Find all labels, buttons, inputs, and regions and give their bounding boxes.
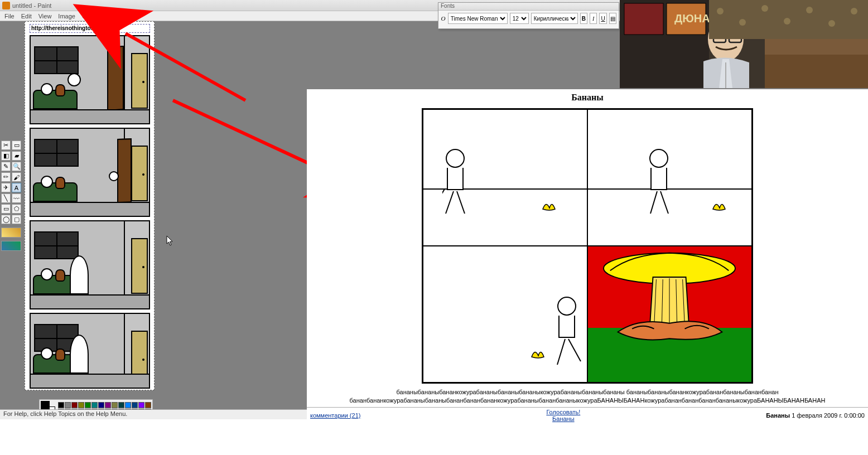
- fonts-toolbar[interactable]: Fonts O Times New Roman 12 Кириллический…: [438, 2, 619, 29]
- tool-magnifier[interactable]: 🔍: [12, 162, 21, 171]
- palette-color[interactable]: [65, 402, 71, 408]
- svg-point-15: [761, 5, 768, 12]
- bold-button[interactable]: B: [580, 13, 587, 24]
- palette-color[interactable]: [132, 402, 138, 408]
- tool-picker[interactable]: ✎: [1, 162, 11, 171]
- comic-cell-2: [587, 109, 752, 246]
- webpage-panel: Бананы: [307, 89, 868, 455]
- palette-color[interactable]: [125, 402, 131, 408]
- menu-image[interactable]: Image: [58, 13, 75, 20]
- canvas[interactable]: http://thereisnothingtohide.ru/: [25, 21, 155, 390]
- tool-freeform-select[interactable]: ✂: [1, 141, 11, 150]
- panel-2: [30, 128, 150, 217]
- font-sample-icon: O: [441, 15, 446, 22]
- tool-text[interactable]: A: [12, 183, 21, 192]
- status-text: For Help, click Help Topics on the Help …: [3, 410, 127, 417]
- palette-color[interactable]: [112, 402, 118, 408]
- font-size-select[interactable]: 12: [510, 13, 529, 24]
- tool-rect[interactable]: ▭: [1, 204, 11, 214]
- svg-rect-6: [765, 39, 868, 55]
- palette-color[interactable]: [118, 402, 124, 408]
- font-family-select[interactable]: Times New Roman: [448, 13, 508, 24]
- svg-point-19: [851, 8, 857, 14]
- tool-select[interactable]: ▭: [12, 141, 21, 150]
- panel-1: [30, 35, 150, 124]
- date-text: 1 февраля 2009 г. 0:00:00: [792, 412, 865, 419]
- menu-edit[interactable]: Edit: [21, 13, 32, 20]
- text-bg-button[interactable]: ▤: [609, 13, 616, 24]
- tool-polygon[interactable]: ⬠: [12, 204, 21, 214]
- vote-link[interactable]: Голосовать!: [546, 409, 580, 415]
- tool-airbrush[interactable]: ✈: [1, 183, 11, 192]
- body-text: бананыбананыбананкожурабананыбананыбанан…: [318, 388, 857, 405]
- svg-rect-5: [765, 50, 868, 88]
- font-charset-select[interactable]: Кириллический: [531, 13, 578, 24]
- italic-button[interactable]: I: [590, 13, 597, 24]
- svg-rect-2: [624, 3, 663, 35]
- page-title: Бананы: [307, 93, 868, 103]
- svg-point-17: [806, 7, 813, 13]
- app-icon: [2, 2, 10, 9]
- webcam-overlay: ДЮНА: [620, 0, 868, 88]
- palette-color[interactable]: [71, 402, 78, 408]
- tool-opt-1[interactable]: [1, 228, 21, 238]
- body-line-2: бананбананкожурабананыбананыбананбананба…: [318, 396, 857, 405]
- tool-line[interactable]: ╲: [1, 193, 11, 203]
- palette-color[interactable]: [58, 402, 64, 408]
- tool-opt-2[interactable]: [1, 241, 21, 251]
- menu-file[interactable]: File: [4, 13, 15, 20]
- palette-color[interactable]: [98, 402, 104, 408]
- toolbox: ✂ ▭ ◧ ▰ ✎ 🔍 ✏ 🖌 ✈ A ╲ 〰 ▭ ⬠ ◯ ▢: [1, 141, 23, 251]
- menu-help[interactable]: Help: [107, 13, 119, 20]
- tool-ellipse[interactable]: ◯: [1, 215, 11, 224]
- title-inline: Бананы: [766, 412, 790, 419]
- menu-colors[interactable]: Colors: [82, 13, 100, 20]
- svg-point-13: [717, 8, 724, 14]
- palette-color[interactable]: [138, 402, 144, 408]
- comic-cell-4: [587, 246, 752, 383]
- panel-4: [30, 313, 150, 389]
- tool-pencil[interactable]: ✏: [1, 172, 11, 182]
- palette-color[interactable]: [145, 402, 151, 408]
- underline-button[interactable]: U: [599, 13, 606, 24]
- comments-link[interactable]: комментарии (21): [310, 412, 360, 419]
- palette-color[interactable]: [85, 402, 91, 408]
- svg-text:ДЮНА: ДЮНА: [674, 12, 710, 25]
- date-label: Бананы 1 февраля 2009 г. 0:00:00: [766, 412, 865, 419]
- fonts-header: Fonts: [438, 3, 619, 11]
- menu-view[interactable]: View: [38, 13, 52, 20]
- web-comic-grid: [422, 108, 753, 384]
- comic-cell-3: [423, 246, 587, 383]
- comic-strip: http://thereisnothingtohide.ru/: [25, 22, 154, 390]
- tag-link[interactable]: Бананы: [552, 415, 575, 422]
- tool-fill[interactable]: ▰: [12, 151, 21, 161]
- palette-color[interactable]: [91, 402, 98, 408]
- tool-roundrect[interactable]: ▢: [12, 215, 21, 224]
- page-footer: комментарии (21) Голосовать! Бананы Бана…: [307, 407, 868, 422]
- palette-color[interactable]: [105, 402, 111, 408]
- text-edit-box[interactable]: http://thereisnothingtohide.ru/: [30, 24, 150, 33]
- tool-brush[interactable]: 🖌: [12, 172, 21, 182]
- svg-point-14: [739, 19, 746, 26]
- panel-3: [30, 220, 150, 309]
- comic-cell-1: [423, 109, 587, 246]
- svg-point-16: [784, 18, 790, 25]
- window-title: untitled - Paint: [12, 2, 51, 9]
- webcam-image: ДЮНА: [620, 0, 868, 88]
- palette-color[interactable]: [78, 402, 84, 408]
- tool-curve[interactable]: 〰: [12, 193, 21, 203]
- body-line-1: бананыбананыбананкожурабананыбананыбанан…: [318, 388, 857, 396]
- tool-eraser[interactable]: ◧: [1, 151, 11, 161]
- svg-point-18: [828, 20, 835, 27]
